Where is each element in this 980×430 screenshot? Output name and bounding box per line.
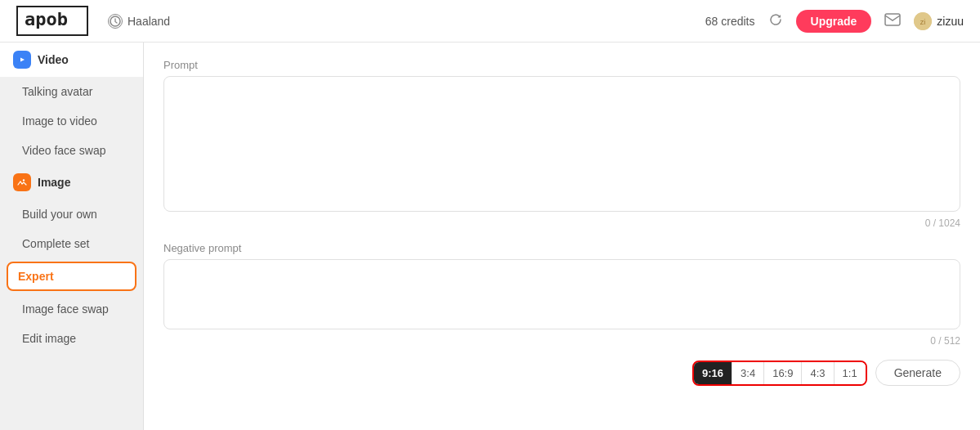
ratio-9-16[interactable]: 9:16 (694, 362, 732, 384)
svg-rect-6 (16, 177, 28, 188)
prompt-char-count: 0 / 1024 (163, 217, 960, 229)
ratio-group: 9:16 3:4 16:9 4:3 1:1 (692, 361, 867, 386)
sidebar-item-talking-avatar[interactable]: Talking avatar (0, 77, 143, 106)
image-section-label: Image (38, 176, 70, 189)
content-area: Prompt 0 / 1024 Negative prompt 0 / 512 … (144, 43, 980, 430)
video-section-label: Video (38, 53, 69, 66)
sidebar-item-label: Image face swap (22, 302, 109, 316)
user-name-label: zizuu (937, 15, 964, 28)
header-right: 68 credits Upgrade zi (705, 10, 964, 33)
header-left: apob Haaland (16, 6, 170, 36)
sidebar-item-expert[interactable]: Expert (7, 262, 136, 291)
svg-point-7 (23, 179, 25, 181)
sidebar-item-label: Edit image (22, 332, 76, 345)
sidebar-item-edit-image[interactable]: Edit image (0, 324, 143, 353)
svg-rect-2 (885, 14, 900, 25)
svg-text:apob: apob (25, 9, 68, 29)
sidebar-item-build-your-own[interactable]: Build your own (0, 199, 143, 229)
sidebar-item-label: Build your own (22, 208, 97, 221)
negative-prompt-section: Negative prompt 0 / 512 (163, 242, 960, 347)
sidebar-item-label: Video face swap (22, 144, 105, 157)
upgrade-button[interactable]: Upgrade (796, 10, 872, 33)
avatar: zi (914, 12, 932, 30)
prompt-section: Prompt 0 / 1024 (163, 59, 960, 229)
prompt-input[interactable] (163, 76, 960, 212)
prompt-label: Prompt (163, 59, 960, 71)
nav-haaland[interactable]: Haaland (108, 14, 170, 29)
credits-label: 68 credits (705, 15, 755, 28)
user-info[interactable]: zi zizuu (914, 12, 964, 30)
refresh-icon[interactable] (768, 12, 783, 30)
negative-char-count: 0 / 512 (163, 335, 960, 347)
bottom-controls: 9:16 3:4 16:9 4:3 1:1 Generate (163, 360, 960, 386)
ratio-1-1[interactable]: 1:1 (835, 362, 866, 384)
sidebar-image-section[interactable]: Image (0, 165, 143, 199)
negative-prompt-input[interactable] (163, 259, 960, 329)
sidebar-item-label: Image to video (22, 114, 97, 128)
sidebar-item-image-to-video[interactable]: Image to video (0, 106, 143, 136)
svg-text:zi: zi (920, 18, 926, 26)
ratio-3-4[interactable]: 3:4 (732, 362, 764, 384)
ratio-16-9[interactable]: 16:9 (764, 362, 802, 384)
sidebar-item-label: Expert (18, 270, 54, 283)
generate-button[interactable]: Generate (875, 360, 960, 386)
main-layout: Video Talking avatar Image to video Vide… (0, 43, 980, 430)
sidebar-item-image-face-swap[interactable]: Image face swap (0, 294, 143, 324)
sidebar-item-label: Complete set (22, 237, 89, 250)
nav-haaland-label: Haaland (128, 15, 170, 28)
clock-icon (108, 14, 123, 29)
ratio-4-3[interactable]: 4:3 (802, 362, 834, 384)
image-section-icon (13, 173, 31, 191)
sidebar-video-section[interactable]: Video (0, 43, 143, 77)
sidebar-item-video-face-swap[interactable]: Video face swap (0, 136, 143, 165)
sidebar: Video Talking avatar Image to video Vide… (0, 43, 144, 430)
logo: apob (16, 6, 88, 36)
app-container: apob Haaland 68 credits (0, 0, 980, 430)
sidebar-item-label: Talking avatar (22, 85, 92, 98)
negative-prompt-label: Negative prompt (163, 242, 960, 254)
logo-text: apob (16, 6, 88, 36)
video-section-icon (13, 51, 31, 69)
sidebar-item-complete-set[interactable]: Complete set (0, 229, 143, 258)
mail-icon[interactable] (884, 13, 901, 29)
header: apob Haaland 68 credits (0, 0, 980, 43)
